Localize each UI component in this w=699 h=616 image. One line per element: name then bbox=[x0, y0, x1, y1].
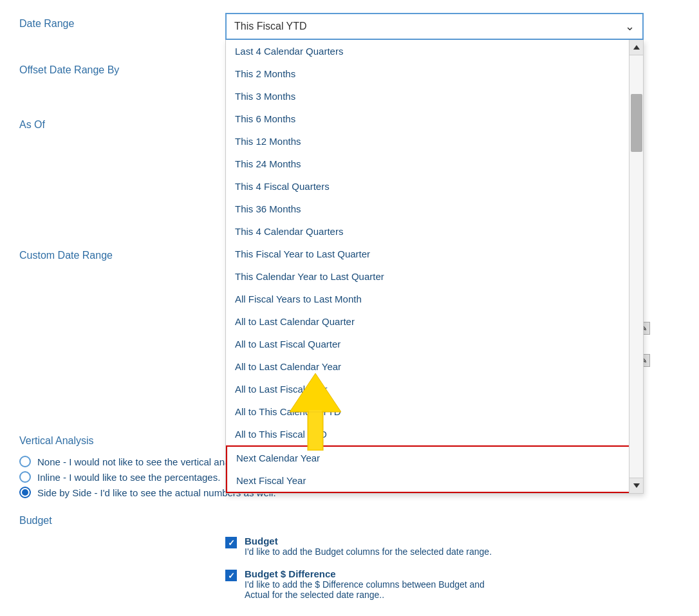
dropdown-item[interactable]: All to Last Calendar Quarter bbox=[226, 310, 643, 333]
date-range-label: Date Range bbox=[19, 13, 225, 30]
dropdown-scrollbar[interactable] bbox=[629, 40, 643, 493]
dropdown-items-container: Last 4 Calendar Quarters This 2 Months T… bbox=[226, 40, 643, 493]
date-range-control: This Fiscal YTD ⌄ Last 4 Calendar Quarte… bbox=[225, 13, 680, 40]
budget-section: Budget Budget I'd like to add the Budget… bbox=[19, 515, 492, 600]
budget-item-2: Budget $ Difference I'd like to add the … bbox=[19, 568, 492, 600]
dropdown-item-next-calendar-year[interactable]: Next Calendar Year bbox=[227, 447, 642, 469]
dropdown-item[interactable]: This 36 Months bbox=[226, 198, 643, 220]
dropdown-arrow-icon: ⌄ bbox=[625, 19, 635, 33]
dropdown-item[interactable]: This Fiscal Year to Last Quarter bbox=[226, 243, 643, 265]
budget-title-1: Budget bbox=[245, 536, 492, 546]
radio-inline-label: Inline - I would like to see the percent… bbox=[37, 472, 220, 483]
dropdown-item[interactable]: All to Last Fiscal Quarter bbox=[226, 333, 643, 355]
scroll-track bbox=[629, 55, 643, 478]
budget-item-1: Budget I'd like to add the Budget column… bbox=[19, 536, 492, 557]
dropdown-item[interactable]: This 24 Months bbox=[226, 153, 643, 175]
dropdown-item[interactable]: This 4 Fiscal Quarters bbox=[226, 175, 643, 198]
dropdown-item[interactable]: This 4 Calendar Quarters bbox=[226, 220, 643, 243]
budget-item-2-content: Budget $ Difference I'd like to add the … bbox=[225, 568, 485, 600]
scroll-up-button[interactable] bbox=[629, 40, 643, 55]
dropdown-item[interactable]: This 6 Months bbox=[226, 107, 643, 130]
radio-inline[interactable] bbox=[19, 471, 31, 483]
custom-date-range-row: Custom Date Range bbox=[19, 250, 113, 261]
dropdown-item-next-fiscal-year[interactable]: Next Fiscal Year bbox=[227, 469, 642, 492]
dropdown-item[interactable]: All to Last Fiscal Year bbox=[226, 378, 643, 400]
offset-label: Offset Date Range By bbox=[19, 64, 119, 75]
highlighted-options-group: Next Calendar Year Next Fiscal Year bbox=[226, 445, 643, 493]
budget-diff-title: Budget $ Difference bbox=[245, 568, 485, 579]
dropdown-item[interactable]: Last 4 Calendar Quarters bbox=[226, 40, 643, 62]
budget-diff-checkbox[interactable] bbox=[225, 570, 237, 581]
as-of-label-row: As Of bbox=[19, 119, 45, 131]
dropdown-item[interactable]: This 3 Months bbox=[226, 85, 643, 107]
dropdown-item[interactable]: All Fiscal Years to Last Month bbox=[226, 288, 643, 310]
budget-diff-desc: I'd like to add the $ Difference columns… bbox=[245, 579, 485, 600]
offset-label-row: Offset Date Range By bbox=[19, 64, 119, 76]
dropdown-item[interactable]: This 12 Months bbox=[226, 130, 643, 153]
budget-checkbox[interactable] bbox=[225, 537, 237, 548]
budget-text-2: Budget $ Difference I'd like to add the … bbox=[245, 568, 485, 600]
custom-date-range-label: Custom Date Range bbox=[19, 250, 113, 261]
dropdown-item[interactable]: This 2 Months bbox=[226, 62, 643, 85]
dropdown-item[interactable]: All to This Fiscal YTD bbox=[226, 423, 643, 445]
radio-none[interactable] bbox=[19, 456, 31, 467]
budget-text-1: Budget I'd like to add the Budget column… bbox=[245, 536, 492, 557]
budget-label: Budget bbox=[19, 515, 492, 527]
dropdown-item[interactable]: All to Last Calendar Year bbox=[226, 355, 643, 378]
radio-sidebyside[interactable] bbox=[19, 487, 31, 498]
scroll-down-button[interactable] bbox=[629, 478, 643, 493]
date-range-row: Date Range This Fiscal YTD ⌄ Last 4 Cale… bbox=[19, 13, 680, 40]
dropdown-item[interactable]: This Calendar Year to Last Quarter bbox=[226, 265, 643, 288]
date-range-select[interactable]: This Fiscal YTD ⌄ bbox=[225, 13, 644, 40]
dropdown-item[interactable]: All to This Calendar YTD bbox=[226, 400, 643, 423]
date-range-dropdown[interactable]: Last 4 Calendar Quarters This 2 Months T… bbox=[225, 40, 644, 494]
as-of-label: As Of bbox=[19, 119, 45, 130]
scroll-thumb[interactable] bbox=[631, 94, 642, 152]
date-range-value: This Fiscal YTD bbox=[234, 21, 307, 32]
radio-none-label: None - I would not like to see the verti… bbox=[37, 456, 252, 467]
budget-item-1-content: Budget I'd like to add the Budget column… bbox=[225, 536, 492, 557]
budget-desc-1: I'd like to add the Budget columns for t… bbox=[245, 546, 492, 557]
